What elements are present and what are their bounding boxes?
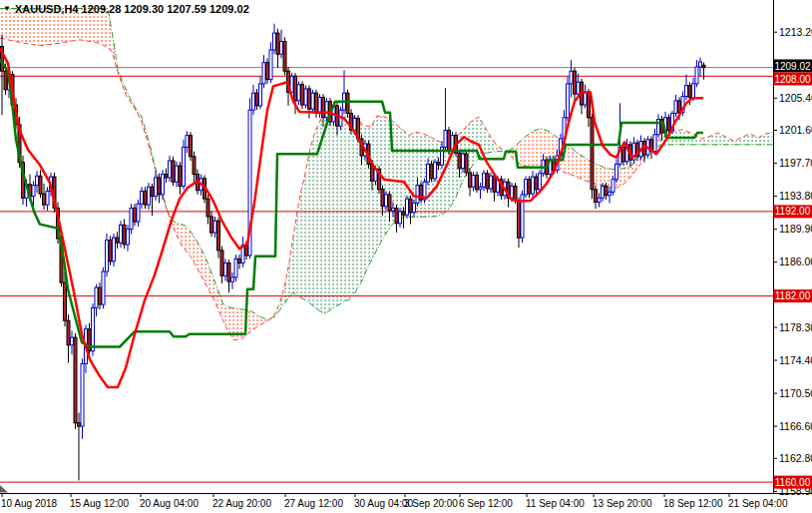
svg-text:1209.02: 1209.02 xyxy=(774,61,811,72)
ichimoku-cloud xyxy=(0,9,773,340)
time-tick-label: 13 Sep 20:00 xyxy=(593,498,652,509)
time-tick-label: 27 Aug 12:00 xyxy=(284,498,343,509)
axis-corner-arrow xyxy=(0,485,8,493)
chart-title: ▼ XAUUSD,H4 1209.28 1209.30 1207.59 1209… xyxy=(3,3,249,15)
time-axis[interactable]: 10 Aug 201815 Aug 12:0020 Aug 04:0022 Au… xyxy=(0,485,812,509)
time-tick-label: 20 Aug 04:00 xyxy=(140,498,199,509)
price-tick-label: 1166.60 xyxy=(779,420,812,432)
time-tick-label: 3 Sep 20:00 xyxy=(404,498,458,509)
svg-text:1208.00: 1208.00 xyxy=(774,74,811,85)
price-tick-label: 1189.90 xyxy=(779,223,812,235)
svg-text:1192.00: 1192.00 xyxy=(775,206,811,217)
svg-text:1160.00: 1160.00 xyxy=(775,477,811,488)
time-tick-label: 18 Sep 12:00 xyxy=(663,498,723,509)
chart-title-text: XAUUSD,H4 1209.28 1209.30 1207.59 1209.0… xyxy=(15,3,249,15)
price-chart[interactable]: 1213.201205.401201.601197.701193.801189.… xyxy=(0,0,812,513)
price-tick-label: 1201.60 xyxy=(779,124,812,136)
time-tick-label: 11 Sep 04:00 xyxy=(526,498,585,509)
price-tick-label: 1174.40 xyxy=(779,354,812,366)
price-tick-label: 1170.50 xyxy=(779,387,812,399)
price-tick-label: 1186.00 xyxy=(779,256,812,267)
price-tick-label: 1178.30 xyxy=(779,321,812,333)
price-tick-label: 1213.20 xyxy=(779,26,812,38)
price-tick-label: 1162.80 xyxy=(779,452,812,464)
time-tick-label: 15 Aug 12:00 xyxy=(70,498,129,509)
svg-text:1182.00: 1182.00 xyxy=(775,290,811,301)
price-axis[interactable]: 1213.201205.401201.601197.701193.801189.… xyxy=(773,0,812,497)
time-tick-label: 21 Sep 04:00 xyxy=(728,498,788,509)
price-tick-label: 1193.80 xyxy=(779,190,812,202)
mt4-chart-window: 1213.201205.401201.601197.701193.801189.… xyxy=(0,0,812,513)
time-tick-label: 6 Sep 12:00 xyxy=(459,498,513,509)
symbol-dropdown-icon[interactable]: ▼ xyxy=(3,5,11,13)
price-tick-label: 1205.40 xyxy=(779,92,812,104)
time-tick-label: 22 Aug 20:00 xyxy=(212,498,271,509)
time-tick-label: 10 Aug 2018 xyxy=(1,498,58,509)
price-tick-label: 1197.70 xyxy=(779,157,812,169)
